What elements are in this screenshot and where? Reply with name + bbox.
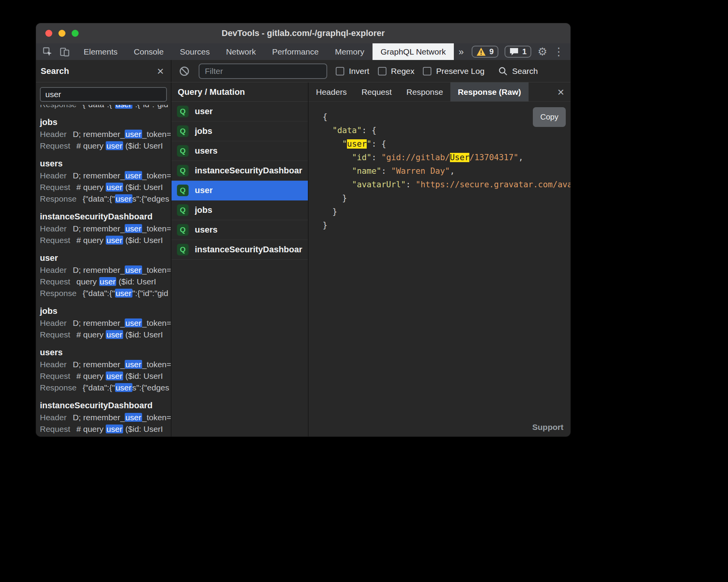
search-result-line[interactable]: HeaderD; remember_user_token=e [40, 359, 171, 370]
minimize-window-button[interactable] [58, 30, 65, 37]
code-token: : [381, 166, 391, 176]
search-result-line[interactable]: HeaderD; remember_user_token=e [40, 317, 171, 329]
code-line: "avatarUrl": "https://secure.gravatar.co… [323, 178, 570, 192]
query-list-item[interactable]: QinstanceSecurityDashboard [172, 161, 308, 181]
toolbar-search-label: Search [512, 67, 538, 76]
search-match-highlight: user [347, 139, 367, 149]
search-result-line[interactable]: Request# query user ($id: UserI [40, 181, 171, 193]
search-result-text: _token=e [142, 265, 171, 274]
query-list-item[interactable]: Quser [172, 181, 308, 200]
kebab-menu-icon[interactable]: ⋮ [553, 46, 564, 57]
search-result-text: s":{"edges [132, 383, 169, 392]
search-result-line[interactable]: Request# query user ($id: UserI [40, 329, 171, 341]
search-result-group: jobsHeaderD; remember_user_token=eReques… [40, 305, 171, 341]
code-token [323, 126, 332, 135]
tab-response-raw[interactable]: Response (Raw) [450, 82, 528, 101]
tab-request[interactable]: Request [354, 82, 399, 101]
settings-gear-icon[interactable]: ⚙ [537, 46, 547, 57]
search-result-group-title[interactable]: jobs [40, 305, 171, 317]
preserve-log-label: Preserve Log [436, 67, 484, 76]
query-list-item[interactable]: QinstanceSecurityDashboard [172, 240, 308, 260]
search-match-highlight: user [115, 194, 132, 203]
toolbar-row: Search × Invert Regex Preserve Log [36, 60, 570, 82]
search-match-highlight: user [125, 318, 142, 327]
tab-memory[interactable]: Memory [327, 43, 373, 60]
preserve-log-checkbox-group[interactable]: Preserve Log [423, 67, 484, 76]
query-list-item[interactable]: Quser [172, 102, 308, 122]
clear-ban-icon[interactable] [179, 65, 190, 77]
search-result-line[interactable]: HeaderD; remember_user_token=e [40, 128, 171, 140]
tab-network[interactable]: Network [218, 43, 264, 60]
tab-console[interactable]: Console [126, 43, 172, 60]
code-line: } [323, 219, 570, 232]
regex-checkbox[interactable] [378, 67, 386, 75]
close-search-panel-icon[interactable]: × [157, 65, 164, 77]
search-result-group-title[interactable]: user [40, 252, 171, 264]
search-result-line[interactable]: Response{"data":{"users":{"edges [40, 382, 171, 394]
search-result-line[interactable]: Response{"data":{"users":{"edges [40, 193, 171, 205]
query-list-item[interactable]: Qjobs [172, 200, 308, 220]
search-result-line[interactable]: HeaderD; remember_user_token=e [40, 412, 171, 423]
more-tabs-chevron[interactable]: » [454, 43, 468, 60]
tab-elements[interactable]: Elements [76, 43, 126, 60]
tab-performance[interactable]: Performance [264, 43, 327, 60]
search-result-line[interactable]: HeaderD; remember_user_token=e [40, 223, 171, 235]
preserve-log-checkbox[interactable] [423, 67, 431, 75]
search-result-line-label: Header [40, 224, 67, 233]
search-result-text: {"data":{" [83, 105, 115, 109]
search-result-line[interactable]: Request# query user ($id: UserI [40, 140, 171, 152]
search-result-group-title[interactable]: instanceSecurityDashboard [40, 399, 171, 412]
search-result-group-title[interactable]: jobs [40, 116, 171, 128]
regex-checkbox-group[interactable]: Regex [378, 67, 415, 76]
inspect-element-icon[interactable] [42, 46, 53, 57]
invert-checkbox[interactable] [336, 67, 344, 75]
filter-input[interactable] [199, 63, 327, 79]
tab-response[interactable]: Response [399, 82, 451, 101]
tab-sources[interactable]: Sources [172, 43, 218, 60]
query-list-item[interactable]: Qusers [172, 141, 308, 161]
search-result-line[interactable]: Request# query user ($id: UserI [40, 370, 171, 382]
search-result-text: _token=e [142, 318, 171, 327]
support-link[interactable]: Support [532, 423, 563, 432]
toolbar-search-button[interactable]: Search [498, 66, 538, 76]
search-result-group-title[interactable]: users [40, 346, 171, 359]
search-result-line[interactable]: Requestquery user ($id: UserI [40, 276, 171, 288]
tab-graphql-network[interactable]: GraphQL Network [373, 43, 454, 60]
maximize-window-button[interactable] [72, 30, 79, 37]
search-result-group-title[interactable]: users [40, 157, 171, 170]
search-result-group: userHeaderD; remember_user_token=eReques… [40, 252, 171, 299]
code-line: "user": { [323, 137, 570, 151]
search-result-line[interactable]: Request# query user ($id: UserI [40, 235, 171, 246]
search-result-group-title[interactable]: instanceSecurityDashboard [40, 211, 171, 223]
close-detail-panel-icon[interactable]: × [557, 86, 564, 98]
search-result-text: D; remember_ [73, 171, 125, 180]
query-list-item[interactable]: Qusers [172, 220, 308, 240]
query-label: users [195, 225, 218, 235]
search-result-text: # query [76, 183, 106, 192]
search-result-group: usersHeaderD; remember_user_token=eReque… [40, 346, 171, 394]
search-result-group: Response{"data":{"user":{"id":"gid [40, 105, 171, 110]
search-result-line[interactable]: Request# query user ($id: UserI [40, 423, 171, 435]
search-result-text: # query [76, 236, 106, 245]
invert-checkbox-group[interactable]: Invert [336, 67, 369, 76]
search-result-line[interactable]: HeaderD; remember_user_token=e [40, 170, 171, 181]
warnings-badge[interactable]: 9 [472, 46, 498, 58]
copy-button[interactable]: Copy [533, 107, 566, 127]
close-window-button[interactable] [45, 30, 52, 37]
query-list-panel: Query / Mutation QuserQjobsQusersQinstan… [172, 82, 309, 436]
detail-panel: Headers Request Response Response (Raw) … [309, 82, 570, 436]
search-match-highlight: user [106, 330, 123, 339]
search-input[interactable] [40, 87, 167, 102]
tab-headers[interactable]: Headers [309, 82, 354, 101]
search-result-line[interactable]: Response{"data":{"user":{"id":"gid [40, 105, 171, 110]
search-result-line[interactable]: HeaderD; remember_user_token=e [40, 264, 171, 276]
issues-badge[interactable]: 1 [505, 46, 531, 58]
search-result-line[interactable]: Response{"data":{"user":{"id":"gid [40, 288, 171, 299]
code-line: "name": "Warren Day", [323, 164, 570, 178]
code-token: } [323, 193, 347, 203]
search-match-highlight: user [125, 265, 142, 274]
device-toolbar-icon[interactable] [59, 46, 70, 57]
query-list-item[interactable]: Qjobs [172, 122, 308, 141]
search-result-text: _token=e [142, 171, 171, 180]
window-title: DevTools - gitlab.com/-/graphql-explorer [36, 28, 570, 38]
